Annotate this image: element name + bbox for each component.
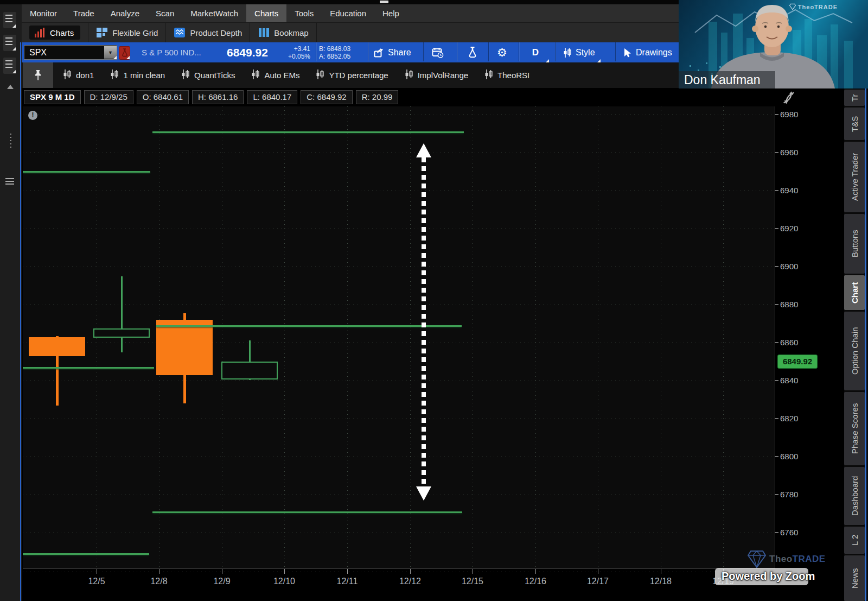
arrow-up-head[interactable] [416,143,431,157]
toolbar-divider [423,42,424,61]
side-tab-buttons[interactable]: Buttons [844,214,865,274]
study-candlestick-icon [316,69,324,81]
menu-item-analyze[interactable]: Analyze [103,4,148,22]
calendar-news-button[interactable] [432,42,444,62]
study-candlestick-icon [484,69,493,81]
side-tab-l-2[interactable]: L 2 [844,527,865,554]
side-tab-news[interactable]: News [844,555,865,601]
side-tab-active-trader[interactable]: Active Trader [844,142,865,212]
symbol-description: S & P 500 IND... [142,42,201,62]
horizontal-gridline-6940 [23,191,775,191]
last-price: 6849.92 [227,42,268,62]
side-tab-dashboard[interactable]: Dashboard [844,467,865,525]
study-quantticks[interactable]: QuantTicks [181,69,235,81]
flask-icon [467,46,478,59]
price-label-6880: 6880 [780,300,810,309]
bid-ask: B: 6848.03 A: 6852.05 [319,45,350,60]
warning-icon[interactable]: ! [28,111,37,120]
side-tab-t-s[interactable]: T&S [844,107,865,140]
change-abs: +3.41 [278,45,310,53]
study-ytd-percentage[interactable]: YTD percentage [316,69,388,81]
drawings-button[interactable]: Drawings [623,42,672,62]
support-line-6749[interactable] [23,553,149,555]
pin-studies-button[interactable] [23,62,53,88]
study-don1[interactable]: don1 [63,69,94,81]
support-line-6869[interactable] [156,325,462,327]
date-label-12-17: 12/17 [579,577,617,586]
date-label-12-18: 12/18 [642,577,680,586]
horizontal-gridline-6760 [23,533,775,533]
menu-grip-icon[interactable] [5,178,14,185]
ohlc-date: D: 12/9/25 [84,90,133,104]
support-line-6771[interactable] [152,511,462,513]
analyze-flask-button[interactable] [467,42,478,62]
price-label-6780: 6780 [780,490,810,499]
price-tick-6980 [775,114,778,115]
toolbar-divider [488,42,489,61]
menu-item-monitor[interactable]: Monitor [22,4,65,22]
chart-sync-button[interactable] [781,90,796,105]
side-tab-option-chain[interactable]: Option Chain [844,312,865,390]
collapsed-gadget-icon[interactable] [3,12,16,28]
price-label-6800: 6800 [780,452,810,461]
menu-item-trade[interactable]: Trade [65,4,103,22]
date-label-12-12: 12/12 [391,577,429,586]
expand-corner-icon [12,70,16,73]
gadget-flexible-grid-button[interactable]: Flexible Grid [96,27,158,38]
collapse-arrow-icon[interactable] [7,85,14,89]
style-button[interactable]: Style [563,42,601,62]
study-theorsi[interactable]: TheoRSI [484,69,529,81]
symbol-input[interactable]: SPX ▼ [24,45,117,60]
date-tick-12-10 [284,569,285,574]
support-line-6847[interactable] [23,367,154,369]
chart-area[interactable] [23,106,775,569]
ohlc-header: SPX 9 M 1DD: 12/9/25O: 6840.61H: 6861.16… [22,88,844,106]
toolbar-divider [316,42,316,61]
study-label: QuantTicks [194,71,235,80]
gadget-product-depth-button[interactable]: Product Depth [174,27,242,38]
gadget-segment-charts: Charts [22,23,88,42]
menu-item-scan[interactable]: Scan [148,4,182,22]
support-line-6971[interactable] [152,131,464,133]
gadget-bookmap-button[interactable]: Bookmap [258,27,308,38]
date-tick-12-17 [598,569,598,574]
study-1-min-clean[interactable]: 1 min clean [110,69,165,81]
side-tab-phase-scores[interactable]: Phase Scores [844,392,865,465]
date-label-12-9: 12/9 [203,577,241,586]
side-tab-chart[interactable]: Chart [844,275,865,310]
horizontal-gridline-6880 [23,305,775,305]
window-drag-handle[interactable] [380,1,388,3]
candle-12-9 [221,362,278,379]
theotrade-diamond-icon [748,549,766,570]
collapsed-gadget-icon[interactable] [3,35,16,51]
drag-handle-dots-icon[interactable] [10,134,11,149]
collapsed-gadget-icon[interactable] [3,58,16,74]
menu-item-tools[interactable]: Tools [286,4,322,22]
ohlc-high: H: 6861.16 [192,90,244,104]
study-implvolrange[interactable]: ImplVolRange [405,69,468,81]
product-depth-icon [174,27,186,38]
side-tab-tr[interactable]: Tr [844,90,865,106]
menu-item-charts[interactable]: Charts [246,4,286,22]
theotrade-diamond-icon [789,3,796,10]
menu-item-marketwatch[interactable]: MarketWatch [182,4,246,22]
arrow-shaft[interactable] [422,157,426,486]
share-label: Share [388,48,411,58]
gadget-charts-button[interactable]: Charts [29,26,80,40]
study-label: Auto EMs [264,71,299,80]
settings-button[interactable]: ⚙ [497,42,507,62]
price-tick-6860 [775,342,778,343]
alert-badge[interactable] [119,46,130,60]
menu-item-education[interactable]: Education [322,4,374,22]
date-label-12-10: 12/10 [265,577,303,586]
price-tick-6960 [775,152,778,153]
timeframe-button[interactable]: D [522,42,549,62]
symbol-dropdown-button[interactable]: ▼ [104,46,117,59]
share-button[interactable]: Share [373,42,411,62]
arrow-down-head[interactable] [416,486,431,501]
price-tick-6940 [775,190,778,191]
menu-item-help[interactable]: Help [374,4,407,22]
thinkorswim-window: MonitorTradeAnalyzeScanMarketWatchCharts… [0,0,868,601]
study-auto-ems[interactable]: Auto EMs [251,69,299,81]
support-line-6950[interactable] [23,171,150,173]
